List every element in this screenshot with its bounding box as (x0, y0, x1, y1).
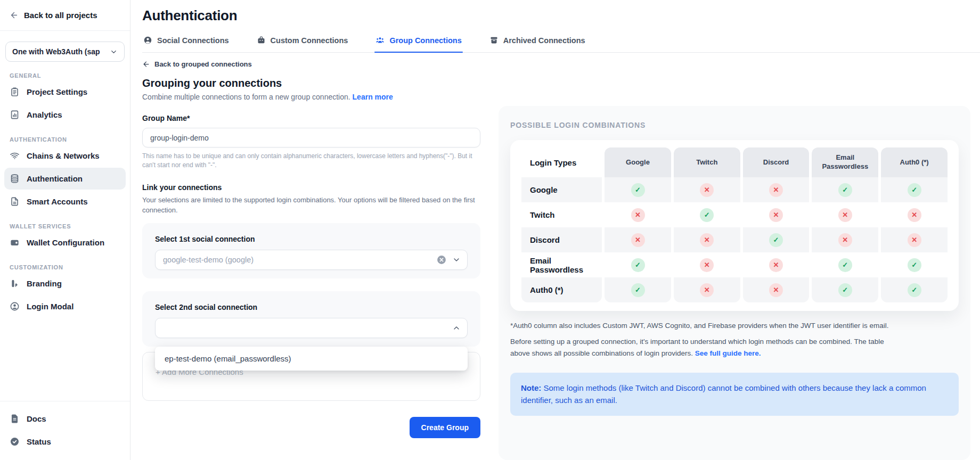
branding-icon (10, 278, 20, 289)
cross-icon: ✕ (700, 233, 714, 247)
sidebar-item-label: Project Settings (27, 87, 87, 96)
combo-cell: ✓ (743, 227, 810, 252)
check-icon: ✓ (908, 283, 921, 297)
sidebar-item-login-modal[interactable]: Login Modal (4, 295, 126, 317)
wifi-icon (10, 151, 20, 161)
sidebar-nav: GENERALProject SettingsAnalyticsAUTHENTI… (0, 72, 130, 317)
login-combinations-panel: POSSIBLE LOGIN COMBINATIONS Login TypesG… (499, 106, 970, 460)
note-text: Some login methods (like Twitch and Disc… (521, 383, 926, 405)
second-connection-card: Select 2nd social connection ep-test-dem… (142, 291, 480, 347)
combo-cell: ✕ (674, 277, 740, 302)
check-icon: ✓ (908, 183, 921, 197)
tab-archived-connections[interactable]: Archived Connections (488, 36, 586, 52)
sidebar-item-authentication[interactable]: Authentication (4, 168, 126, 190)
file-icon (10, 196, 20, 207)
chart-icon (10, 110, 20, 120)
first-connection-value: google-test-demo (google) (163, 256, 436, 264)
section-label-general: GENERAL (10, 72, 120, 79)
combo-cell: ✕ (674, 177, 740, 202)
combinations-title: POSSIBLE LOGIN COMBINATIONS (510, 121, 959, 129)
sidebar-item-chains-networks[interactable]: Chains & Networks (4, 145, 126, 167)
check-icon: ✓ (908, 258, 921, 272)
combo-cell: ✕ (743, 252, 810, 277)
sidebar-item-wallet-configuration[interactable]: Wallet Configuration (4, 232, 126, 253)
tab-custom-connections[interactable]: Custom Connections (256, 36, 349, 52)
archive-icon (489, 36, 499, 45)
tab-social-connections[interactable]: Social Connections (142, 36, 230, 52)
back-to-grouped-link[interactable]: Back to grouped connections (142, 60, 480, 68)
full-guide-link[interactable]: See full guide here. (695, 349, 761, 357)
chevron-down-icon[interactable] (452, 256, 461, 264)
sidebar-item-label: Authentication (27, 174, 83, 183)
form-subheading: Combine multiple connections to form a n… (142, 93, 480, 101)
briefcase-icon (257, 36, 266, 45)
dropdown-option-ep-test-demo[interactable]: ep-test-demo (email_passwordless) (155, 347, 468, 371)
back-to-projects-button[interactable]: Back to all projects (0, 0, 130, 31)
sidebar-item-label: Docs (27, 414, 46, 423)
project-selector-value: One with Web3Auth (sap (12, 47, 107, 56)
create-group-button[interactable]: Create Group (410, 417, 480, 438)
sidebar-item-label: Chains & Networks (27, 151, 100, 160)
combo-cell: ✕ (812, 202, 878, 227)
sidebar-item-project-settings[interactable]: Project Settings (4, 81, 126, 103)
combinations-table-card: Login TypesGoogleTwitchDiscordEmail Pass… (510, 140, 959, 311)
cross-icon: ✕ (769, 183, 783, 197)
combo-cell: ✕ (674, 227, 740, 252)
combo-cell: ✓ (605, 177, 671, 202)
second-connection-label: Select 2nd social connection (155, 303, 468, 311)
cross-icon: ✕ (700, 258, 714, 272)
cross-icon: ✕ (769, 283, 783, 297)
sidebar-item-smart-accounts[interactable]: Smart Accounts (4, 191, 126, 212)
combo-cell: ✕ (743, 202, 810, 227)
cross-icon: ✕ (908, 233, 921, 247)
combo-cell: ✓ (812, 252, 878, 277)
check-icon: ✓ (838, 258, 852, 272)
form-subheading-text: Combine multiple connections to form a n… (142, 93, 350, 101)
sidebar: Back to all projects One with Web3Auth (… (0, 0, 130, 460)
table-row-auth0: Auth0 (*)✓✕✕✓✓ (521, 277, 948, 302)
wallet-icon (10, 237, 20, 248)
sidebar-item-status[interactable]: Status (4, 431, 126, 453)
group-form: Back to grouped connections Grouping you… (142, 53, 480, 460)
combo-cell: ✓ (881, 277, 948, 302)
tab-group-connections[interactable]: Group Connections (374, 36, 462, 52)
first-connection-select[interactable]: google-test-demo (google) (155, 250, 468, 270)
column-header-email-passwordless: Email Passwordless (812, 147, 878, 177)
chevron-down-icon (110, 48, 118, 56)
check-icon: ✓ (769, 233, 783, 247)
back-to-projects-label: Back to all projects (24, 11, 97, 20)
first-connection-label: Select 1st social connection (155, 235, 468, 243)
check-icon: ✓ (631, 258, 645, 272)
combo-cell: ✕ (605, 227, 671, 252)
chevron-up-icon[interactable] (452, 324, 461, 332)
cross-icon: ✕ (838, 233, 852, 247)
combo-cell: ✕ (881, 202, 948, 227)
sidebar-item-analytics[interactable]: Analytics (4, 104, 126, 126)
sidebar-item-docs[interactable]: Docs (4, 408, 126, 430)
column-header-google: Google (605, 147, 671, 177)
tab-label: Social Connections (157, 36, 229, 45)
check-icon: ✓ (631, 183, 645, 197)
table-row-google: Google✓✕✕✓✓ (521, 177, 948, 202)
combo-cell: ✓ (812, 177, 878, 202)
document-icon (10, 414, 20, 424)
check-icon: ✓ (631, 283, 645, 297)
combo-cell: ✓ (812, 277, 878, 302)
clear-selection-icon[interactable] (436, 254, 447, 265)
second-connection-select[interactable] (155, 318, 468, 338)
table-row-twitch: Twitch✕✓✕✕✕ (521, 202, 948, 227)
sidebar-footer: DocsStatus (0, 401, 130, 456)
check-icon: ✓ (838, 183, 852, 197)
clipboard-icon (10, 87, 20, 97)
table-row-discord: Discord✕✕✓✕✕ (521, 227, 948, 252)
group-name-input[interactable] (142, 128, 480, 147)
combo-cell: ✓ (881, 252, 948, 277)
project-selector[interactable]: One with Web3Auth (sap (5, 42, 125, 62)
cross-icon: ✕ (908, 208, 921, 222)
combo-cell: ✓ (605, 252, 671, 277)
sidebar-item-branding[interactable]: Branding (4, 273, 126, 294)
column-header-twitch: Twitch (674, 147, 740, 177)
row-label: Discord (521, 227, 602, 252)
learn-more-link[interactable]: Learn more (353, 93, 393, 101)
cross-icon: ✕ (769, 208, 783, 222)
